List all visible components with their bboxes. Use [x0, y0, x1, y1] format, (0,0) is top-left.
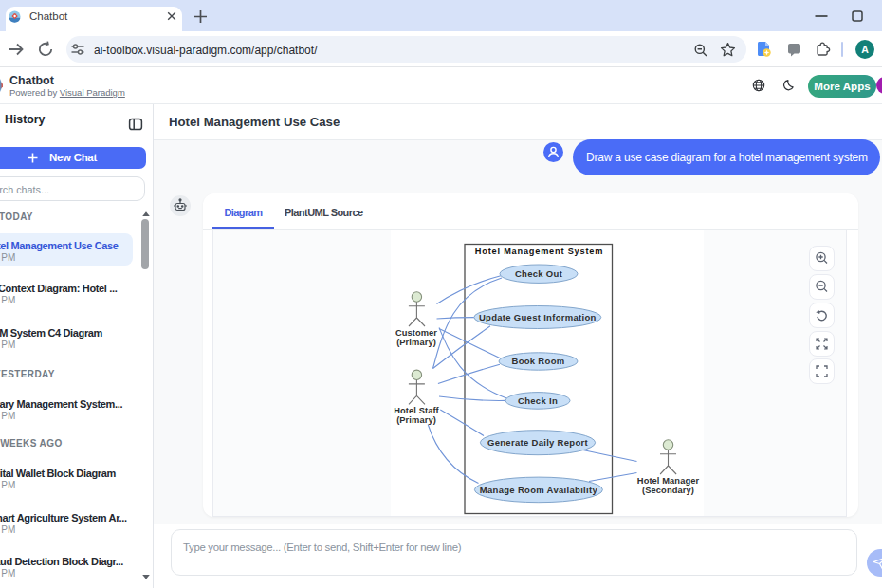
svg-text:Hotel Manager: Hotel Manager: [637, 476, 700, 486]
svg-text:Check Out: Check Out: [515, 268, 563, 279]
svg-text:(Primary): (Primary): [396, 415, 436, 425]
svg-text:Book Room: Book Room: [511, 356, 564, 366]
svg-text:(Secondary): (Secondary): [642, 486, 694, 495]
svg-text:Customer: Customer: [395, 328, 437, 338]
svg-text:Update Guest Information: Update Guest Information: [479, 312, 597, 322]
svg-text:Hotel Staff: Hotel Staff: [394, 406, 439, 415]
svg-text:Generate Daily Report: Generate Daily Report: [487, 437, 589, 448]
svg-text:(Primary): (Primary): [396, 338, 436, 347]
svg-text:Hotel Management System: Hotel Management System: [475, 247, 603, 256]
svg-text:Manage Room Availability: Manage Room Availability: [480, 485, 598, 495]
svg-text:Check In: Check In: [518, 395, 558, 406]
